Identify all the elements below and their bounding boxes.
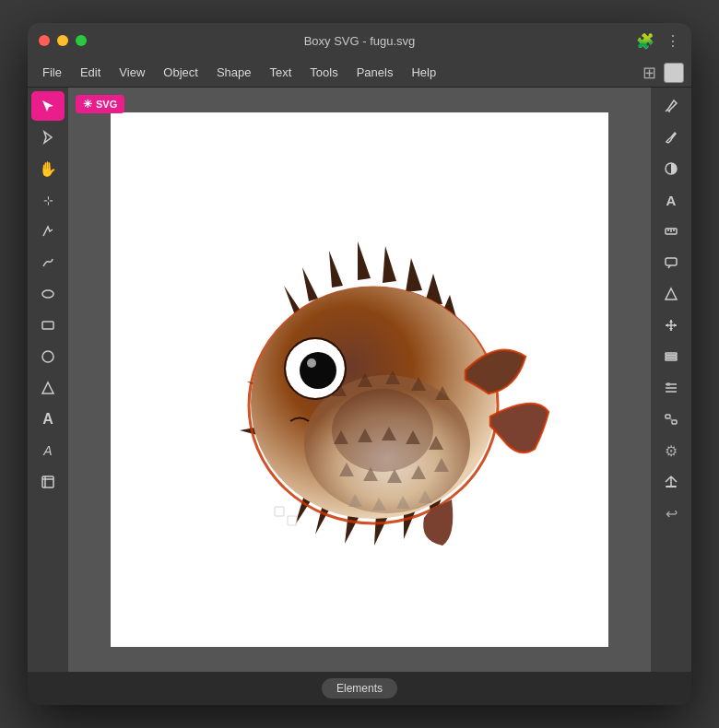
- pen-tool[interactable]: [31, 217, 65, 246]
- left-toolbar: ✋ ⊹ A A: [28, 88, 68, 672]
- svg-rect-50: [275, 507, 284, 516]
- svg-rect-74: [672, 420, 677, 424]
- svg-marker-63: [669, 328, 673, 331]
- distribute-tool[interactable]: [654, 405, 688, 434]
- svg-rect-68: [666, 358, 677, 360]
- frame-tool[interactable]: [31, 467, 65, 497]
- svg-marker-11: [406, 258, 422, 292]
- svg-badge: ✳ SVG: [76, 95, 124, 113]
- menu-object[interactable]: Object: [156, 63, 206, 82]
- shape-triangle-tool[interactable]: [654, 279, 688, 309]
- node-tool[interactable]: [31, 123, 65, 152]
- undo-tool[interactable]: ↩: [654, 499, 688, 528]
- svg-rect-1: [42, 322, 53, 329]
- close-button[interactable]: [39, 35, 50, 46]
- traffic-lights: [39, 35, 87, 46]
- export-tool[interactable]: [654, 467, 688, 497]
- triangle-tool[interactable]: [31, 373, 65, 403]
- brush-tool[interactable]: [654, 123, 688, 152]
- svg-rect-67: [666, 356, 677, 358]
- svg-point-48: [300, 352, 336, 389]
- circle-tool[interactable]: [31, 342, 65, 371]
- svg-rect-72: [666, 382, 670, 386]
- puzzle-icon[interactable]: 🧩: [636, 32, 654, 50]
- minimize-button[interactable]: [57, 35, 68, 46]
- layers-tool[interactable]: [654, 342, 688, 371]
- menu-file[interactable]: File: [35, 63, 69, 82]
- menu-text[interactable]: Text: [262, 63, 299, 82]
- bottom-bar: Elements: [28, 672, 691, 705]
- menubar: File Edit View Object Shape Text Tools P…: [28, 58, 691, 88]
- right-toolbar: A ⚙: [651, 88, 691, 672]
- app-window: Boxy SVG - fugu.svg 🧩 ⋮ File Edit View O…: [28, 23, 691, 705]
- transform-tool[interactable]: ⊹: [31, 185, 65, 215]
- svg-rect-51: [288, 516, 297, 525]
- svg-marker-7: [302, 267, 318, 301]
- svg-point-2: [42, 351, 53, 362]
- menu-tools[interactable]: Tools: [302, 63, 345, 82]
- elements-label[interactable]: Elements: [322, 678, 397, 699]
- svg-point-0: [42, 290, 53, 298]
- fish-svg: [138, 159, 581, 601]
- eyedropper-tool[interactable]: [654, 91, 688, 121]
- text-alt-tool[interactable]: A: [31, 436, 65, 465]
- main-area: ✋ ⊹ A A: [28, 88, 691, 672]
- menu-view[interactable]: View: [112, 63, 152, 82]
- more-icon[interactable]: ⋮: [666, 32, 680, 50]
- svg-marker-64: [666, 323, 668, 327]
- svg-point-49: [307, 358, 316, 368]
- pencil-tool[interactable]: [31, 248, 65, 277]
- svg-marker-10: [383, 246, 396, 283]
- svg-marker-3: [42, 382, 53, 393]
- ruler-tool[interactable]: [654, 217, 688, 246]
- window-title: Boxy SVG - fugu.svg: [304, 34, 416, 48]
- svg-point-26: [332, 389, 433, 472]
- svg-rect-4: [42, 476, 53, 487]
- svg-marker-9: [358, 241, 371, 280]
- badge-label: SVG: [96, 99, 117, 110]
- text-tool[interactable]: A: [31, 405, 65, 434]
- align-tool[interactable]: [654, 373, 688, 403]
- menu-help[interactable]: Help: [404, 63, 443, 82]
- rectangle-tool[interactable]: [31, 311, 65, 340]
- move-tool[interactable]: [654, 311, 688, 340]
- titlebar-actions: 🧩 ⋮: [636, 32, 680, 50]
- panel-toggle-icon[interactable]: ⊞: [642, 63, 656, 83]
- svg-line-52: [666, 110, 667, 112]
- svg-rect-73: [666, 415, 670, 418]
- badge-star-icon: ✳: [83, 98, 92, 111]
- menu-edit[interactable]: Edit: [73, 63, 108, 82]
- maximize-button[interactable]: [76, 35, 87, 46]
- color-swatch[interactable]: [664, 63, 684, 83]
- svg-marker-62: [669, 320, 673, 323]
- svg-rect-58: [666, 258, 677, 265]
- svg-line-75: [670, 417, 672, 422]
- svg-marker-8: [329, 251, 343, 288]
- pointer-tool[interactable]: [31, 91, 65, 121]
- titlebar: Boxy SVG - fugu.svg 🧩 ⋮: [28, 23, 691, 58]
- svg-marker-59: [666, 288, 677, 299]
- svg-rect-76: [666, 486, 677, 487]
- svg-rect-66: [666, 353, 677, 355]
- canvas-area[interactable]: ✳ SVG: [68, 88, 651, 672]
- svg-marker-65: [674, 323, 677, 327]
- contrast-tool[interactable]: [654, 154, 688, 183]
- text-styling-tool[interactable]: A: [654, 185, 688, 215]
- menu-shape[interactable]: Shape: [209, 63, 259, 82]
- canvas-content: [111, 112, 608, 647]
- menu-panels[interactable]: Panels: [349, 63, 401, 82]
- pan-tool[interactable]: ✋: [31, 154, 65, 183]
- settings-tool[interactable]: ⚙: [654, 436, 688, 465]
- menubar-right: ⊞: [642, 63, 684, 83]
- comment-tool[interactable]: [654, 248, 688, 277]
- ellipse-tool[interactable]: [31, 279, 65, 309]
